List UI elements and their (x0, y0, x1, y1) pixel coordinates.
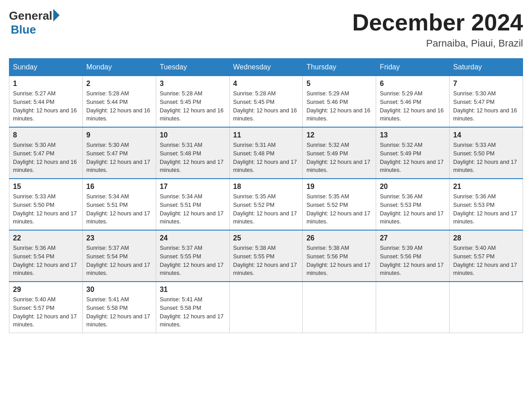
calendar-day-cell: 30 Sunrise: 5:41 AM Sunset: 5:58 PM Dayl… (82, 282, 156, 333)
col-friday: Friday (376, 59, 450, 76)
day-info: Sunrise: 5:37 AM Sunset: 5:54 PM Dayligh… (86, 244, 152, 278)
week-row-1: 1 Sunrise: 5:27 AM Sunset: 5:44 PM Dayli… (9, 76, 523, 128)
week-row-2: 8 Sunrise: 5:30 AM Sunset: 5:47 PM Dayli… (9, 127, 523, 179)
calendar-day-cell: 3 Sunrise: 5:28 AM Sunset: 5:45 PM Dayli… (156, 76, 229, 128)
col-saturday: Saturday (450, 59, 523, 76)
empty-cell (303, 282, 376, 333)
day-info: Sunrise: 5:38 AM Sunset: 5:55 PM Dayligh… (233, 244, 299, 278)
day-number: 29 (13, 286, 79, 294)
col-monday: Monday (82, 59, 156, 76)
day-number: 4 (233, 80, 299, 88)
day-info: Sunrise: 5:40 AM Sunset: 5:57 PM Dayligh… (13, 295, 79, 329)
day-number: 26 (306, 234, 372, 242)
day-info: Sunrise: 5:41 AM Sunset: 5:58 PM Dayligh… (160, 295, 226, 329)
empty-cell (376, 282, 450, 333)
calendar-day-cell: 19 Sunrise: 5:35 AM Sunset: 5:52 PM Dayl… (303, 179, 376, 230)
col-tuesday: Tuesday (156, 59, 229, 76)
day-number: 31 (160, 286, 226, 294)
week-row-5: 29 Sunrise: 5:40 AM Sunset: 5:57 PM Dayl… (9, 282, 523, 333)
day-number: 8 (13, 131, 79, 139)
day-number: 9 (86, 131, 152, 139)
day-info: Sunrise: 5:28 AM Sunset: 5:45 PM Dayligh… (160, 90, 226, 123)
day-number: 11 (233, 131, 299, 139)
day-info: Sunrise: 5:27 AM Sunset: 5:44 PM Dayligh… (13, 90, 79, 123)
day-info: Sunrise: 5:36 AM Sunset: 5:53 PM Dayligh… (453, 193, 519, 226)
day-number: 14 (453, 131, 519, 139)
calendar-day-cell: 26 Sunrise: 5:38 AM Sunset: 5:56 PM Dayl… (303, 230, 376, 282)
logo-arrow-icon (53, 9, 60, 21)
day-number: 25 (233, 234, 299, 242)
day-info: Sunrise: 5:36 AM Sunset: 5:54 PM Dayligh… (13, 244, 79, 278)
calendar-header-row: Sunday Monday Tuesday Wednesday Thursday… (9, 59, 523, 76)
calendar-day-cell: 24 Sunrise: 5:37 AM Sunset: 5:55 PM Dayl… (156, 230, 229, 282)
month-title: December 2024 (352, 9, 523, 36)
day-number: 5 (306, 80, 372, 88)
logo-general-text: General (9, 9, 52, 23)
day-number: 2 (86, 80, 152, 88)
day-info: Sunrise: 5:41 AM Sunset: 5:58 PM Dayligh… (86, 295, 152, 329)
calendar-day-cell: 6 Sunrise: 5:29 AM Sunset: 5:46 PM Dayli… (376, 76, 450, 128)
logo-blue-text: Blue (11, 23, 36, 37)
day-info: Sunrise: 5:30 AM Sunset: 5:47 PM Dayligh… (13, 141, 79, 175)
calendar-day-cell: 16 Sunrise: 5:34 AM Sunset: 5:51 PM Dayl… (82, 179, 156, 230)
calendar-day-cell: 7 Sunrise: 5:30 AM Sunset: 5:47 PM Dayli… (450, 76, 523, 128)
calendar-day-cell: 5 Sunrise: 5:29 AM Sunset: 5:46 PM Dayli… (303, 76, 376, 128)
day-info: Sunrise: 5:33 AM Sunset: 5:50 PM Dayligh… (13, 193, 79, 226)
calendar-day-cell: 21 Sunrise: 5:36 AM Sunset: 5:53 PM Dayl… (450, 179, 523, 230)
day-number: 18 (233, 183, 299, 191)
day-number: 15 (13, 183, 79, 191)
day-number: 23 (86, 234, 152, 242)
col-thursday: Thursday (303, 59, 376, 76)
day-number: 7 (453, 80, 519, 88)
day-info: Sunrise: 5:40 AM Sunset: 5:57 PM Dayligh… (453, 244, 519, 278)
day-info: Sunrise: 5:30 AM Sunset: 5:47 PM Dayligh… (453, 90, 519, 123)
col-sunday: Sunday (9, 59, 83, 76)
day-info: Sunrise: 5:38 AM Sunset: 5:56 PM Dayligh… (306, 244, 372, 278)
logo: General Blue (9, 9, 60, 37)
day-info: Sunrise: 5:28 AM Sunset: 5:45 PM Dayligh… (233, 90, 299, 123)
calendar-day-cell: 2 Sunrise: 5:28 AM Sunset: 5:44 PM Dayli… (82, 76, 156, 128)
page-header: General Blue December 2024 Parnaiba, Pia… (9, 9, 523, 49)
calendar-day-cell: 8 Sunrise: 5:30 AM Sunset: 5:47 PM Dayli… (9, 127, 83, 179)
calendar-day-cell: 29 Sunrise: 5:40 AM Sunset: 5:57 PM Dayl… (9, 282, 83, 333)
calendar-day-cell: 17 Sunrise: 5:34 AM Sunset: 5:51 PM Dayl… (156, 179, 229, 230)
day-number: 10 (160, 131, 226, 139)
day-number: 30 (86, 286, 152, 294)
empty-cell (450, 282, 523, 333)
day-info: Sunrise: 5:34 AM Sunset: 5:51 PM Dayligh… (160, 193, 226, 226)
day-number: 27 (380, 234, 446, 242)
calendar-day-cell: 4 Sunrise: 5:28 AM Sunset: 5:45 PM Dayli… (229, 76, 303, 128)
location-label: Parnaiba, Piaui, Brazil (352, 38, 523, 49)
day-number: 16 (86, 183, 152, 191)
calendar-day-cell: 14 Sunrise: 5:33 AM Sunset: 5:50 PM Dayl… (450, 127, 523, 179)
day-number: 22 (13, 234, 79, 242)
day-info: Sunrise: 5:33 AM Sunset: 5:50 PM Dayligh… (453, 141, 519, 175)
day-info: Sunrise: 5:31 AM Sunset: 5:48 PM Dayligh… (160, 141, 226, 175)
day-info: Sunrise: 5:29 AM Sunset: 5:46 PM Dayligh… (306, 90, 372, 123)
day-info: Sunrise: 5:29 AM Sunset: 5:46 PM Dayligh… (380, 90, 446, 123)
day-info: Sunrise: 5:32 AM Sunset: 5:49 PM Dayligh… (306, 141, 372, 175)
col-wednesday: Wednesday (229, 59, 303, 76)
calendar-table: Sunday Monday Tuesday Wednesday Thursday… (9, 58, 523, 333)
day-number: 17 (160, 183, 226, 191)
calendar-day-cell: 12 Sunrise: 5:32 AM Sunset: 5:49 PM Dayl… (303, 127, 376, 179)
day-number: 24 (160, 234, 226, 242)
calendar-day-cell: 23 Sunrise: 5:37 AM Sunset: 5:54 PM Dayl… (82, 230, 156, 282)
calendar-day-cell: 11 Sunrise: 5:31 AM Sunset: 5:48 PM Dayl… (229, 127, 303, 179)
day-info: Sunrise: 5:31 AM Sunset: 5:48 PM Dayligh… (233, 141, 299, 175)
calendar-day-cell: 1 Sunrise: 5:27 AM Sunset: 5:44 PM Dayli… (9, 76, 83, 128)
day-info: Sunrise: 5:28 AM Sunset: 5:44 PM Dayligh… (86, 90, 152, 123)
calendar-day-cell: 13 Sunrise: 5:32 AM Sunset: 5:49 PM Dayl… (376, 127, 450, 179)
calendar-day-cell: 22 Sunrise: 5:36 AM Sunset: 5:54 PM Dayl… (9, 230, 83, 282)
calendar-day-cell: 9 Sunrise: 5:30 AM Sunset: 5:47 PM Dayli… (82, 127, 156, 179)
day-info: Sunrise: 5:34 AM Sunset: 5:51 PM Dayligh… (86, 193, 152, 226)
day-number: 19 (306, 183, 372, 191)
empty-cell (229, 282, 303, 333)
calendar-day-cell: 31 Sunrise: 5:41 AM Sunset: 5:58 PM Dayl… (156, 282, 229, 333)
day-info: Sunrise: 5:39 AM Sunset: 5:56 PM Dayligh… (380, 244, 446, 278)
calendar-day-cell: 25 Sunrise: 5:38 AM Sunset: 5:55 PM Dayl… (229, 230, 303, 282)
day-number: 13 (380, 131, 446, 139)
calendar-day-cell: 18 Sunrise: 5:35 AM Sunset: 5:52 PM Dayl… (229, 179, 303, 230)
day-number: 20 (380, 183, 446, 191)
calendar-day-cell: 20 Sunrise: 5:36 AM Sunset: 5:53 PM Dayl… (376, 179, 450, 230)
